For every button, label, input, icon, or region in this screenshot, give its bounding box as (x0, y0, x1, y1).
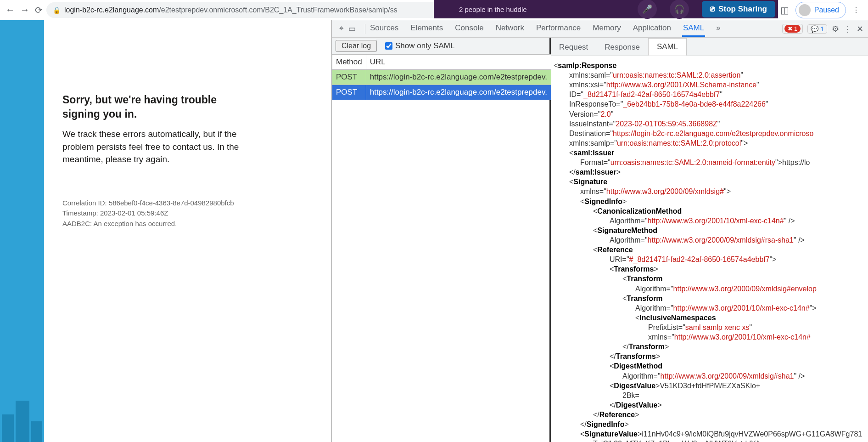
tab-memory[interactable]: Memory (592, 21, 622, 37)
mic-icon[interactable]: 🎤 (638, 0, 657, 19)
more-icon[interactable]: ⋮ (844, 24, 852, 34)
stop-sharing-button[interactable]: ⎚ Stop Sharing (702, 1, 775, 17)
browser-toolbar: ← → ⟳ 🔒 login-b2c-rc.e2language.com/e2te… (0, 0, 868, 20)
table-row[interactable]: POST https://login-b2c-rc.e2language.com… (332, 85, 551, 100)
buildings-icon (0, 387, 44, 442)
saml-xml-view[interactable]: <samlp:Response xmlns:saml="urn:oasis:na… (551, 56, 868, 442)
detail-tab-request[interactable]: Request (551, 39, 596, 56)
tab-saml[interactable]: SAML (682, 21, 705, 37)
devtools-tabbar: ⌖ ▭ Sources Elements Console Network Per… (332, 20, 868, 38)
col-method[interactable]: Method (332, 55, 366, 70)
timestamp: Timestamp: 2023-02-01 05:59:46Z (62, 208, 246, 219)
request-list-pane: Clear log Show only SAML Method URL POST (332, 38, 551, 442)
headphones-icon[interactable]: 🎧 (670, 0, 689, 19)
huddle-status: 2 people in the huddle (459, 6, 527, 13)
tab-console[interactable]: Console (454, 21, 484, 37)
url-host: login-b2c-rc.e2language.com (64, 6, 159, 14)
side-panel-icon[interactable]: ◫ (780, 5, 789, 16)
devtools-panel: ⌖ ▭ Sources Elements Console Network Per… (331, 20, 868, 442)
show-only-saml-input[interactable] (385, 42, 392, 50)
detail-tab-saml[interactable]: SAML (648, 38, 687, 56)
reload-icon[interactable]: ⟳ (35, 5, 43, 16)
url-path: /e2testprepdev.onmicrosoft.com/B2C_1A_Tr… (159, 6, 397, 14)
device-icon[interactable]: ▭ (348, 24, 356, 34)
error-title: Sorry, but we're having trouble signing … (62, 93, 232, 121)
brand-stripe (0, 20, 44, 442)
col-url[interactable]: URL (366, 55, 551, 70)
tab-application[interactable]: Application (632, 21, 672, 37)
gear-icon[interactable]: ⚙ (832, 24, 839, 34)
back-icon[interactable]: ← (6, 5, 15, 15)
kebab-icon[interactable]: ⋮ (852, 6, 860, 14)
screen-icon: ⎚ (710, 5, 715, 14)
show-only-saml-label: Show only SAML (395, 41, 454, 51)
clear-log-button[interactable]: Clear log (336, 40, 377, 52)
huddle-banner: 2 people in the huddle 🎤 🎧 ⎚ Stop Sharin… (434, 0, 778, 18)
tab-elements[interactable]: Elements (409, 21, 444, 37)
tabs-overflow[interactable]: » (715, 21, 721, 37)
paused-label: Paused (814, 6, 839, 14)
detail-tab-response[interactable]: Response (596, 39, 648, 56)
stop-sharing-label: Stop Sharing (718, 5, 767, 14)
detail-pane: Request Response SAML <samlp:Response xm… (551, 38, 868, 442)
error-body: We track these errors automatically, but… (62, 128, 239, 166)
tab-sources[interactable]: Sources (369, 21, 399, 37)
avatar-icon (799, 4, 811, 16)
tab-network[interactable]: Network (495, 21, 525, 37)
error-code: AADB2C: An exception has occurred. (62, 219, 246, 229)
svg-rect-2 (31, 421, 42, 442)
show-only-saml-checkbox[interactable]: Show only SAML (385, 41, 454, 51)
error-count-badge[interactable]: ✖ 1 (782, 24, 803, 34)
lock-icon: 🔒 (53, 6, 61, 14)
error-page: Sorry, but we're having trouble signing … (0, 20, 331, 442)
correlation-id: Correlation ID: 586ebef0-f4ce-4363-8e7d-… (62, 198, 246, 209)
message-count-badge[interactable]: 💬 1 (807, 24, 827, 34)
tab-performance[interactable]: Performance (535, 21, 582, 37)
forward-icon[interactable]: → (20, 5, 29, 15)
close-icon[interactable]: ✕ (857, 24, 863, 34)
svg-rect-1 (16, 401, 29, 442)
profile-chip[interactable]: Paused (795, 2, 846, 18)
svg-rect-0 (2, 414, 14, 442)
table-row[interactable]: POST https://login-b2c-rc.e2language.com… (332, 70, 551, 85)
request-table: Method URL POST https://login-b2c-rc.e2l… (332, 54, 551, 100)
inspect-icon[interactable]: ⌖ (339, 24, 344, 34)
